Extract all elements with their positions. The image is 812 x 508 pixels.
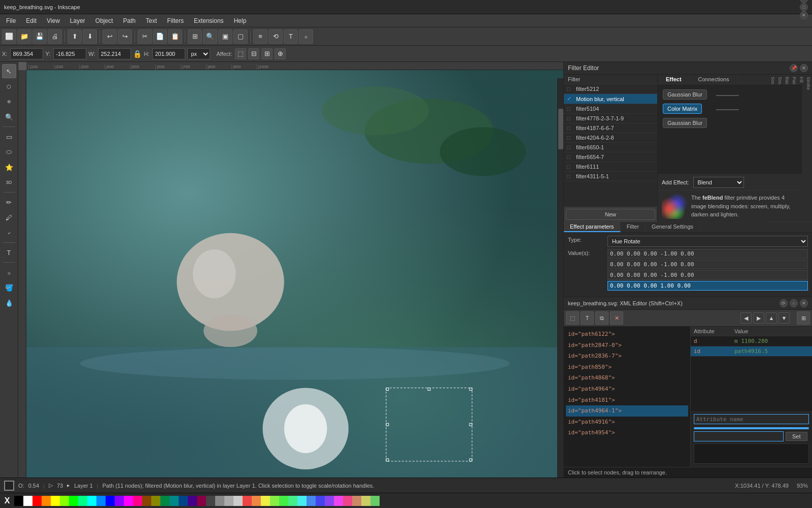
color-swatch[interactable]: [115, 496, 124, 506]
filter-item[interactable]: □filter5212: [564, 84, 657, 94]
filter-checkbox[interactable]: □: [567, 115, 573, 121]
copy-button[interactable]: 📄: [153, 29, 167, 44]
xml-pin-btn[interactable]: ○: [790, 299, 798, 307]
new-button[interactable]: ⬜: [2, 29, 16, 44]
xml-nav-up[interactable]: ▲: [766, 312, 777, 324]
effect-node-gaussian1[interactable]: Gaussian Blur: [663, 89, 707, 100]
filter-item[interactable]: □filter4778-2-3-7-1-9: [564, 114, 657, 123]
canvas-scrollbar[interactable]: [557, 78, 563, 478]
print-button[interactable]: 🖨: [48, 29, 62, 44]
matrix-row[interactable]: 0.00 0.00 0.00 -1.00 0.00: [607, 260, 808, 269]
select-tool[interactable]: ↖: [2, 64, 16, 78]
text-tool[interactable]: T: [2, 245, 16, 260]
no-color-button[interactable]: X: [0, 494, 14, 508]
dropper-tool[interactable]: 💧: [2, 296, 16, 310]
affect-btn3[interactable]: ⊞: [261, 48, 273, 59]
effect-tab[interactable]: Effect: [658, 75, 690, 84]
xml-node[interactable]: id="path6122">: [566, 329, 688, 340]
xml-refresh-btn[interactable]: ⟳: [780, 299, 788, 307]
xml-node[interactable]: id="path4964-1">: [566, 405, 688, 417]
menu-layer[interactable]: Layer: [66, 16, 89, 25]
menu-extensions[interactable]: Extensions: [190, 16, 228, 25]
filter-item[interactable]: □filter4311-5-1: [564, 172, 657, 181]
color-swatch[interactable]: [270, 496, 279, 506]
filter-editor-pin[interactable]: 📌: [790, 64, 798, 72]
color-swatch[interactable]: [343, 496, 352, 506]
color-swatch[interactable]: [288, 496, 297, 506]
calligraphy-tool[interactable]: 𝒸: [2, 226, 16, 240]
xml-tree[interactable]: id="path6122">id="path2847-0">id="path28…: [564, 327, 691, 467]
paste-button[interactable]: 📋: [168, 29, 182, 44]
rect-tool[interactable]: ▭: [2, 130, 16, 144]
star-tool[interactable]: ⭐: [2, 160, 16, 174]
tab-effect-params[interactable]: Effect parameters: [564, 222, 621, 232]
color-swatch[interactable]: [42, 496, 51, 506]
zoom-fit-button[interactable]: ⊞: [188, 29, 202, 44]
tweak-tool[interactable]: ⊛: [2, 94, 16, 109]
color-swatch[interactable]: [188, 496, 197, 506]
xml-indent-btn[interactable]: ⊞: [797, 311, 810, 325]
filter-checkbox[interactable]: □: [567, 173, 573, 179]
filter-item[interactable]: □filter4204-6-2-8: [564, 133, 657, 143]
cut-button[interactable]: ✂: [138, 29, 152, 44]
color-swatch[interactable]: [370, 496, 380, 506]
xml-node[interactable]: id="path4181">: [566, 395, 688, 406]
svg-canvas[interactable]: [26, 70, 563, 478]
xml-new-text-btn[interactable]: T: [581, 311, 594, 325]
fill-indicator[interactable]: [4, 481, 14, 491]
tab-general-settings[interactable]: General Settings: [646, 222, 700, 232]
affect-btn1[interactable]: ⬚: [235, 48, 246, 59]
filter-checkbox[interactable]: □: [567, 135, 573, 141]
color-swatch[interactable]: [279, 496, 288, 506]
x-input[interactable]: [10, 48, 43, 59]
filter-checkbox[interactable]: □: [567, 106, 573, 112]
xml-close-btn[interactable]: ✕: [800, 299, 808, 307]
zoom-tool[interactable]: 🔍: [2, 110, 16, 124]
color-swatch[interactable]: [179, 496, 188, 506]
xml-new-element-btn[interactable]: ⬚: [566, 311, 579, 325]
scrollbar-thumb[interactable]: [558, 109, 563, 149]
ellipse-tool[interactable]: ⬭: [2, 145, 16, 159]
filter-item[interactable]: □filter6650-1: [564, 143, 657, 152]
color-swatch[interactable]: [215, 496, 224, 506]
group-button[interactable]: ▣: [218, 29, 232, 44]
color-swatch[interactable]: [170, 496, 179, 506]
attr-row[interactable]: idpath4916.5: [691, 346, 812, 357]
effect-node-gaussian2[interactable]: Gaussian Blur: [663, 118, 707, 128]
add-effect-select[interactable]: Blend Blur Color Matrix Composite: [693, 177, 744, 188]
open-button[interactable]: 📁: [17, 29, 31, 44]
color-swatch[interactable]: [197, 496, 206, 506]
color-swatch[interactable]: [307, 496, 316, 506]
menu-object[interactable]: Object: [91, 16, 117, 25]
filter-checkbox[interactable]: □: [567, 154, 573, 160]
zoom-in-button[interactable]: 🔍: [203, 29, 217, 44]
xml-node[interactable]: id="path4868">: [566, 372, 688, 384]
affect-btn4[interactable]: ⊕: [275, 48, 286, 59]
xml-nav-next[interactable]: ▶: [753, 312, 764, 324]
attr-value-input[interactable]: [694, 431, 784, 441]
redo-button[interactable]: ↪: [118, 29, 132, 44]
xml-node[interactable]: id="path4964">: [566, 384, 688, 395]
color-swatch[interactable]: [78, 496, 87, 506]
filter-checkbox[interactable]: □: [567, 164, 573, 170]
color-swatch[interactable]: [252, 496, 261, 506]
xml-duplicate-node-btn[interactable]: ⧉: [595, 311, 608, 325]
xml-node[interactable]: id="path2836-7">: [566, 351, 688, 362]
node-tool[interactable]: ⬡: [2, 79, 16, 93]
filter-item[interactable]: ✓Motion blur, vertical: [564, 94, 657, 104]
color-swatch[interactable]: [124, 496, 133, 506]
gradient-tool[interactable]: ⬦: [2, 265, 16, 279]
filter-checkbox[interactable]: □: [567, 86, 573, 92]
filter-checkbox[interactable]: ✓: [567, 96, 573, 102]
save-button[interactable]: 💾: [32, 29, 47, 44]
tab-filter[interactable]: Filter: [621, 222, 646, 232]
color-swatch[interactable]: [60, 496, 69, 506]
affect-btn2[interactable]: ⊟: [248, 48, 259, 59]
color-swatch[interactable]: [316, 496, 325, 506]
transform-button[interactable]: ⟲: [268, 29, 283, 44]
fill-tool[interactable]: 🪣: [2, 280, 16, 295]
color-swatch[interactable]: [23, 496, 32, 506]
align-button[interactable]: ≡: [253, 29, 267, 44]
unit-select[interactable]: px mm in: [187, 48, 210, 59]
menu-file[interactable]: File: [2, 16, 20, 25]
